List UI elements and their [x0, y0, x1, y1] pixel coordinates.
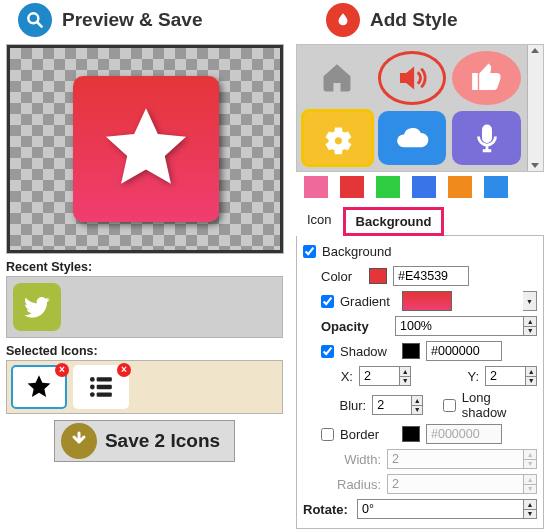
gradient-preview[interactable] [402, 291, 452, 311]
style-tile-home[interactable] [303, 51, 372, 105]
preview-icon-card [73, 76, 219, 222]
rotate-label: Rotate: [303, 502, 351, 517]
mic-icon [470, 121, 504, 155]
shadow-label: Shadow [340, 344, 396, 359]
y-label: Y: [463, 369, 479, 384]
width-label: Width: [337, 452, 381, 467]
blur-label: Blur: [337, 398, 366, 413]
color-swatches [304, 176, 544, 198]
gallery-scrollbar[interactable] [527, 45, 543, 171]
x-label: X: [337, 369, 353, 384]
svg-rect-5 [97, 385, 112, 389]
recent-style-item[interactable] [13, 283, 61, 331]
remove-icon[interactable]: × [55, 363, 69, 377]
border-label: Border [340, 427, 396, 442]
home-icon [320, 61, 354, 95]
shadow-color-input[interactable] [426, 341, 502, 361]
magnify-icon [18, 3, 52, 37]
y-input[interactable] [486, 367, 525, 385]
cloud-icon [395, 121, 429, 155]
blur-input[interactable] [373, 396, 411, 414]
save-button[interactable]: Save 2 Icons [54, 420, 235, 462]
gradient-checkbox[interactable] [321, 295, 334, 308]
star-icon [25, 373, 53, 401]
remove-icon[interactable]: × [117, 363, 131, 377]
x-spinner[interactable]: ▲▼ [399, 367, 410, 385]
style-tile-cloud[interactable] [378, 111, 447, 165]
radius-spinner: ▲▼ [523, 475, 536, 493]
add-style-heading: Add Style [290, 0, 550, 44]
selected-icons-label: Selected Icons: [6, 344, 283, 358]
thumb-icon [470, 61, 504, 95]
gradient-label: Gradient [340, 294, 396, 309]
color-input[interactable] [393, 266, 469, 286]
svg-rect-3 [97, 377, 112, 381]
gear-icon [320, 121, 354, 155]
recent-styles-box [6, 276, 283, 338]
svg-point-6 [90, 392, 95, 397]
gradient-dropdown[interactable]: ▼ [523, 291, 537, 311]
opacity-spinner[interactable]: ▲▼ [523, 317, 536, 335]
star-icon [95, 100, 197, 198]
color-label: Color [321, 269, 363, 284]
swatch-4[interactable] [448, 176, 472, 198]
opacity-label: Opacity [321, 319, 389, 334]
style-gallery [296, 44, 544, 172]
preview-title: Preview & Save [62, 9, 202, 31]
selected-icon-list[interactable]: × [73, 365, 129, 409]
long-shadow-label: Long shadow [462, 390, 537, 420]
recent-styles-label: Recent Styles: [6, 260, 283, 274]
blur-spinner[interactable]: ▲▼ [411, 396, 422, 414]
swatch-0[interactable] [304, 176, 328, 198]
border-color-input [426, 424, 502, 444]
selected-icons-box: × × [6, 360, 283, 414]
svg-point-2 [90, 377, 95, 382]
x-input[interactable] [360, 367, 399, 385]
volume-icon [395, 61, 429, 95]
style-tile-mic[interactable] [452, 111, 521, 165]
style-tile-volume[interactable] [378, 51, 447, 105]
tab-bar: Icon Background [296, 206, 544, 235]
tab-icon[interactable]: Icon [296, 207, 343, 236]
tab-background[interactable]: Background [343, 207, 445, 236]
rotate-input[interactable] [358, 500, 523, 518]
droplet-icon [326, 3, 360, 37]
list-icon [86, 374, 116, 400]
rotate-spinner[interactable]: ▲▼ [523, 500, 536, 518]
swatch-2[interactable] [376, 176, 400, 198]
svg-point-4 [90, 385, 95, 390]
border-color-swatch[interactable] [402, 426, 420, 442]
style-tile-gear[interactable] [303, 111, 372, 165]
border-checkbox[interactable] [321, 428, 334, 441]
radius-label: Radius: [337, 477, 381, 492]
width-spinner: ▲▼ [523, 450, 536, 468]
svg-line-1 [38, 23, 42, 27]
download-icon [61, 423, 97, 459]
swatch-5[interactable] [484, 176, 508, 198]
svg-rect-7 [97, 392, 112, 396]
background-panel: Background Color Gradient ▼ Opacity ▲▼ S… [296, 235, 544, 529]
swatch-1[interactable] [340, 176, 364, 198]
shadow-checkbox[interactable] [321, 345, 334, 358]
shadow-color-swatch[interactable] [402, 343, 420, 359]
twitter-icon [22, 292, 52, 322]
save-button-label: Save 2 Icons [105, 430, 220, 452]
preview-canvas [6, 44, 284, 254]
selected-icon-star[interactable]: × [11, 365, 67, 409]
color-swatch[interactable] [369, 268, 387, 284]
swatch-3[interactable] [412, 176, 436, 198]
y-spinner[interactable]: ▲▼ [525, 367, 536, 385]
long-shadow-checkbox[interactable] [443, 399, 456, 412]
preview-heading: Preview & Save [0, 0, 289, 44]
background-label: Background [322, 244, 391, 259]
radius-input [388, 475, 523, 493]
style-tile-thumb[interactable] [452, 51, 521, 105]
width-input [388, 450, 523, 468]
add-style-title: Add Style [370, 9, 458, 31]
opacity-input[interactable] [396, 317, 523, 335]
background-checkbox[interactable] [303, 245, 316, 258]
